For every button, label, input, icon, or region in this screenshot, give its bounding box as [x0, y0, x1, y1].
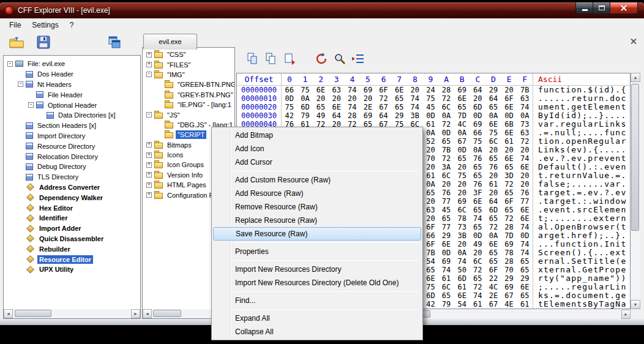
- hex-header-row: Offset 0123456789ABCDEF Ascii: [237, 73, 630, 86]
- hex-row[interactable]: 00000020756D656E742E676574456C656D656E74…: [237, 103, 630, 111]
- explorer-tree-item[interactable]: Address Converter: [4, 182, 140, 193]
- explorer-tree-item[interactable]: Rebuilder: [4, 244, 140, 254]
- expand-box-icon[interactable]: +: [146, 52, 152, 58]
- hex-byte: 29: [391, 111, 407, 120]
- expand-box-icon[interactable]: +: [146, 192, 152, 198]
- resource-tree-item[interactable]: "GREY-BTN.PNG" -: [143, 90, 234, 100]
- scroll-right-icon[interactable]: ►: [621, 310, 631, 319]
- explorer-tree-item[interactable]: Data Directories [x]: [4, 110, 140, 121]
- explorer-tree-item[interactable]: Resource Editor: [4, 254, 140, 264]
- menubar: FileSettings?: [0, 18, 644, 32]
- close-document-icon[interactable]: [629, 37, 638, 45]
- context-menu-item[interactable]: Find...: [213, 294, 421, 307]
- explorer-tree-item[interactable]: Section Headers [x]: [4, 121, 140, 131]
- scroll-thumb[interactable]: [15, 310, 51, 317]
- save-file-button[interactable]: [33, 34, 54, 53]
- collapse-box-icon[interactable]: -: [146, 112, 152, 118]
- scroll-right-icon[interactable]: ►: [131, 309, 140, 318]
- tool-icon: [26, 245, 34, 253]
- explorer-tree-item[interactable]: Hex Editor: [4, 203, 140, 213]
- explorer-tree-item[interactable]: UPX Utility: [4, 264, 140, 275]
- context-menu-item[interactable]: Add Cursor: [213, 155, 421, 169]
- close-button[interactable]: [610, 2, 638, 14]
- expand-box-icon[interactable]: +: [146, 162, 152, 168]
- resource-tree-item[interactable]: -"JS": [143, 110, 234, 119]
- explorer-tree-item[interactable]: Dos Header: [4, 69, 140, 80]
- hex-row[interactable]: 0000003042794964286964293B0D0A7D0D0A0D0A…: [237, 111, 630, 120]
- goto-offset-button[interactable]: [349, 52, 367, 68]
- explorer-tree-item[interactable]: Quick Disassembler: [4, 234, 140, 244]
- explorer-tree-item[interactable]: Debug Directory: [4, 162, 140, 172]
- context-menu-item[interactable]: Add Icon: [213, 142, 421, 155]
- titlebar[interactable]: CFF Explorer VIII - [evil.exe]: [0, 2, 644, 18]
- explorer-tree-item[interactable]: Resource Directory: [4, 141, 140, 151]
- scroll-left-icon[interactable]: ◄: [4, 309, 13, 318]
- scroll-down-icon[interactable]: ▼: [631, 300, 640, 309]
- resource-tree-item[interactable]: -"IMG": [143, 70, 234, 80]
- expand-box-icon[interactable]: +: [146, 182, 152, 188]
- context-menu-item[interactable]: Add Bitmap: [213, 129, 421, 142]
- minimize-button[interactable]: [575, 2, 593, 14]
- context-menu-item[interactable]: Add Resource (Raw): [213, 187, 421, 200]
- open-file-button[interactable]: [6, 34, 27, 53]
- resource-tree-item[interactable]: +"CSS": [143, 50, 234, 59]
- hex-byte: 20: [313, 94, 329, 103]
- collapse-box-icon[interactable]: -: [146, 72, 152, 77]
- context-menu-item[interactable]: Remove Resource (Raw): [213, 200, 421, 214]
- paste-button[interactable]: [262, 52, 280, 68]
- scroll-up-icon[interactable]: ▲: [631, 73, 640, 82]
- copy-button[interactable]: [244, 52, 262, 68]
- hex-byte: 66: [282, 86, 298, 94]
- menubar-item-file[interactable]: File: [4, 19, 26, 31]
- expand-box-icon[interactable]: +: [146, 172, 152, 178]
- explorer-tree-item[interactable]: Import Directory: [4, 131, 140, 141]
- explorer-tree-item[interactable]: Dependency Walker: [4, 192, 140, 203]
- explorer-hscrollbar[interactable]: ◄ ►: [4, 309, 140, 318]
- hex-byte: 64: [376, 111, 392, 120]
- context-menu-item[interactable]: Import New Resources Directory (Delete O…: [213, 276, 421, 290]
- menubar-item-help[interactable]: ?: [64, 19, 80, 31]
- context-menu-item[interactable]: Collapse All: [213, 325, 421, 338]
- header-icon: [26, 174, 33, 181]
- resource-tree-item[interactable]: "IE.PNG" - [lang:1: [143, 100, 234, 110]
- explorer-tree-item[interactable]: -Nt Headers: [4, 80, 140, 90]
- scroll-thumb[interactable]: [631, 84, 639, 231]
- hex-byte: 67: [454, 137, 470, 146]
- find-button[interactable]: [331, 52, 349, 68]
- context-menu-item[interactable]: Add Custom Resource (Raw): [213, 173, 421, 187]
- maximize-button[interactable]: [593, 2, 610, 14]
- collapse-box-icon[interactable]: -: [18, 81, 23, 87]
- hex-row[interactable]: 000000100D0A2020202072657475726E20646F63…: [237, 94, 630, 103]
- collapse-box-icon[interactable]: -: [28, 102, 34, 108]
- explorer-tree-item[interactable]: -Optional Header: [4, 100, 140, 110]
- resource-tree-item[interactable]: "GREEN-BTN.PNG": [143, 80, 234, 89]
- explorer-tree-item[interactable]: File Header: [4, 89, 140, 100]
- context-menu-item[interactable]: Import New Resources Directory: [213, 263, 421, 276]
- context-menu-item[interactable]: Replace Resource (Raw): [213, 214, 421, 227]
- menubar-item-settings[interactable]: Settings: [26, 19, 64, 31]
- scroll-thumb[interactable]: [153, 310, 181, 317]
- hex-byte: 3A: [438, 163, 454, 171]
- resource-tree-item[interactable]: +"FILES": [143, 59, 234, 69]
- scroll-left-icon[interactable]: ◄: [143, 309, 152, 318]
- hex-byte: 6C: [470, 257, 486, 266]
- context-menu-item[interactable]: Properties: [213, 245, 421, 258]
- paste-insert-button[interactable]: [280, 52, 299, 68]
- expand-box-icon[interactable]: +: [146, 142, 152, 148]
- explorer-tree-item[interactable]: Relocation Directory: [4, 151, 140, 162]
- explorer-tree-item[interactable]: Identifier: [4, 213, 140, 223]
- undo-button[interactable]: [312, 52, 331, 68]
- tab-evil-exe[interactable]: evil.exe: [143, 34, 197, 50]
- explorer-tree-item[interactable]: TLS Directory: [4, 172, 140, 182]
- collapse-box-icon[interactable]: -: [7, 61, 13, 67]
- context-menu-item[interactable]: Save Resource (Raw): [213, 227, 421, 241]
- expand-box-icon[interactable]: +: [146, 62, 152, 67]
- tool-icon: [26, 225, 34, 233]
- view-switch-button[interactable]: [104, 34, 125, 53]
- explorer-tree-item[interactable]: Import Adder: [4, 223, 140, 234]
- context-menu-item[interactable]: Expand All: [213, 312, 421, 325]
- expand-box-icon[interactable]: +: [146, 152, 152, 158]
- hex-vscrollbar[interactable]: ▲ ▼: [631, 73, 640, 309]
- hex-row[interactable]: 0000000066756E6374696F6E202428696429207B…: [237, 86, 630, 94]
- explorer-tree-item[interactable]: -File: evil.exe: [4, 59, 140, 69]
